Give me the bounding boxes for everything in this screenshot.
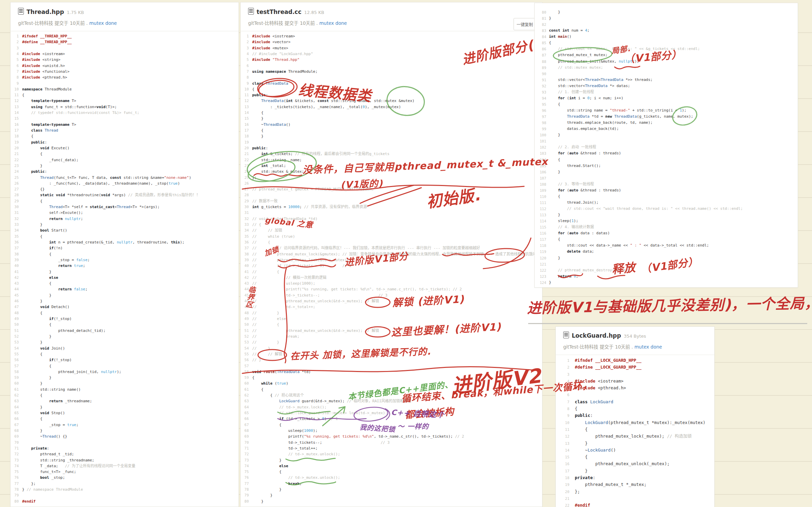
- code-line: 55// // 解锁: [241, 351, 542, 357]
- line-number: 16: [241, 122, 249, 128]
- line-number: 29: [241, 198, 249, 204]
- code-line: 53// }: [241, 339, 542, 345]
- line-number: 62: [11, 392, 19, 398]
- line-number: 6: [556, 391, 569, 398]
- commit-message-link[interactable]: mutex done: [634, 344, 662, 350]
- code-line: 24 public:: [11, 169, 239, 174]
- commit-message-link[interactable]: mutex done: [319, 20, 347, 26]
- line-number: 122: [535, 267, 546, 273]
- line-number: 73: [241, 457, 249, 463]
- line-number: 16: [556, 460, 569, 467]
- line-number: 19: [241, 139, 249, 145]
- code-line: 45// td->_tickets--; // 3: [241, 292, 542, 298]
- line-number: 17: [241, 128, 249, 133]
- annotated-code-screenshots: { "ink_default_color": "#c5281c", "files…: [0, 0, 812, 507]
- line-number: 104: [535, 157, 546, 163]
- code-line: 19: [241, 139, 542, 145]
- code-line: 13 : _tickets(tickets), _name(name), _to…: [241, 104, 542, 110]
- code-line: 2#define __LOCK_GUARD_HPP__: [556, 364, 714, 371]
- line-number: 22: [241, 157, 249, 163]
- line-number: 34: [11, 227, 19, 233]
- line-number: 84: [535, 34, 546, 40]
- line-number: 72: [241, 451, 249, 457]
- code-line: 81}: [535, 15, 798, 21]
- line-number: 36: [11, 239, 19, 245]
- code-line: 53 }: [11, 339, 239, 345]
- line-number: 124: [535, 280, 546, 286]
- code-line: 54 void Join(): [11, 345, 239, 351]
- code-line: 28: [241, 192, 542, 198]
- line-number: 108: [535, 181, 546, 187]
- code-line: 60 while (true): [241, 381, 542, 386]
- code-line: 104 {: [535, 157, 798, 163]
- code-line: 51// pthread_mutex_unlock(&td->_mutex); …: [241, 328, 542, 334]
- line-number: 91: [535, 77, 546, 83]
- line-number: 20: [11, 145, 19, 151]
- file-icon: [248, 8, 254, 15]
- line-number: 6: [241, 63, 249, 69]
- code-line: 28 static void *threadroutine(void *args…: [11, 192, 239, 198]
- code-line: 63 return _threadname;: [11, 398, 239, 404]
- code-line: 101: [535, 138, 798, 144]
- code-line: 23 }: [11, 163, 239, 169]
- code-line: 120 }: [535, 255, 798, 261]
- code-line: 106 }: [535, 169, 798, 175]
- commit-message-link[interactable]: mutex done: [89, 20, 117, 26]
- code-line: 25};: [241, 175, 542, 181]
- line-number: 61: [241, 387, 249, 392]
- line-number: 1: [556, 357, 569, 364]
- line-number: 6: [11, 63, 19, 69]
- code-line: 92 std::vector<ThreadData *> datas;: [535, 83, 798, 89]
- line-number: 86: [535, 46, 546, 52]
- code-line: 94 for (int i = 0; i < num; i++): [535, 95, 798, 101]
- code-line: 98 threads.emplace_back(route, td, name)…: [535, 120, 798, 126]
- line-number: 110: [535, 193, 546, 200]
- code-line: 96 std::string name = "thread-" + std::t…: [535, 107, 798, 114]
- line-number: 14: [11, 110, 19, 116]
- line-number: 79: [11, 492, 19, 498]
- code-line: 11public:: [241, 92, 542, 98]
- code-line: 109 for (auto &thread : threads): [535, 187, 798, 193]
- line-number: 45: [11, 292, 19, 298]
- code-line: 11 {: [556, 426, 714, 433]
- code-line: 77 break;: [241, 481, 542, 487]
- file-card-testthread-continuation: 80 }81}8283const int num = 4;84int main(…: [534, 3, 798, 288]
- code-line: 56 if(!_stop): [11, 357, 239, 363]
- line-number: 31: [11, 210, 19, 216]
- code-listing-lockguard: 1#ifndef __LOCK_GUARD_HPP__2#define __LO…: [556, 355, 714, 507]
- line-number: 67: [241, 422, 249, 428]
- code-line: 15 {: [556, 454, 714, 460]
- line-number: 68: [241, 428, 249, 434]
- line-number: 48: [11, 310, 19, 316]
- code-line: 29// 数据不一致: [241, 198, 542, 204]
- copy-button[interactable]: 一键复制: [514, 18, 536, 30]
- line-number: 120: [535, 255, 546, 261]
- code-line: 6: [556, 391, 714, 398]
- code-line: 26 : _func(func), _data(data), _threadna…: [11, 181, 239, 186]
- line-number: 43: [11, 281, 19, 286]
- line-number: 9: [241, 81, 249, 86]
- line-number: 74: [11, 463, 19, 469]
- line-number: 93: [535, 89, 546, 95]
- line-number: 89: [535, 65, 546, 71]
- code-line: 25 Thread(func_t<T> func, T data, const …: [11, 175, 239, 181]
- line-number: 75: [11, 469, 19, 475]
- line-number: 8: [11, 74, 19, 80]
- code-line: 58 pthread_join(_tid, nullptr);: [11, 369, 239, 375]
- line-number: 21: [11, 151, 19, 157]
- code-line: 70 td->_tickets--; // 3: [241, 440, 542, 445]
- line-number: 8: [556, 405, 569, 412]
- code-line: 49 if(!_stop): [11, 316, 239, 322]
- code-line: 3: [556, 371, 714, 378]
- line-number: 67: [11, 422, 19, 428]
- code-line: 47// td->_total++;: [241, 304, 542, 310]
- code-line: 8#include <pthread.h>: [11, 74, 239, 80]
- code-listing-thread-hpp: 1#ifndef __THREAD_HPP__2#define __THREAD…: [11, 31, 239, 504]
- line-number: 81: [535, 15, 546, 21]
- code-line: 1#ifndef __THREAD_HPP__: [11, 33, 239, 39]
- code-line: 42// // 模拟一次抢票的逻辑: [241, 275, 542, 281]
- code-line: 14 // typedef std::function<void(const T…: [11, 110, 239, 116]
- line-number: 7: [241, 69, 249, 74]
- line-number: 25: [11, 175, 19, 181]
- line-number: 74: [241, 463, 249, 469]
